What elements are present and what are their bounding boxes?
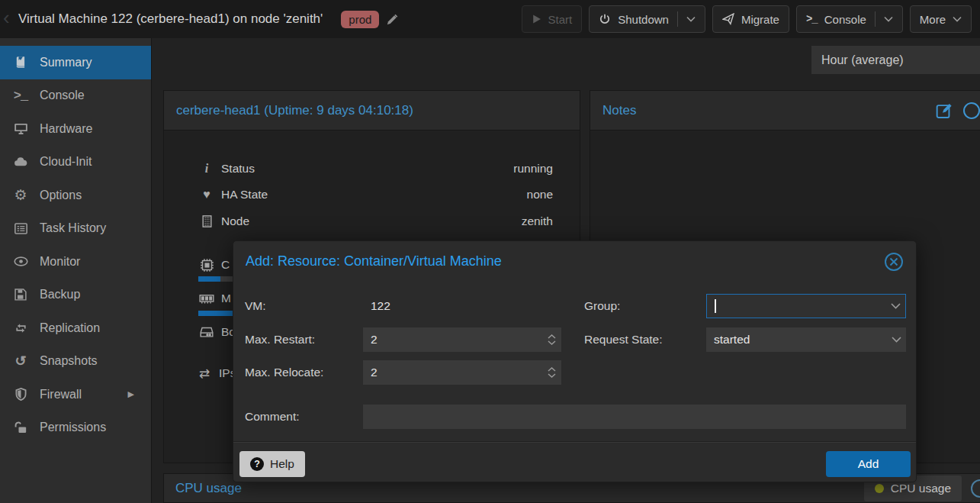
max-restart-input[interactable]: 2 (363, 327, 561, 352)
max-relocate-input[interactable]: 2 (363, 360, 561, 385)
cpu-icon (198, 258, 215, 272)
status-panel-header: cerbere-head1 (Uptime: 9 days 04:10:18) (164, 91, 580, 131)
submenu-caret-right-icon: ▶ (128, 389, 134, 399)
console-dropdown-chevron-icon[interactable] (884, 16, 893, 22)
add-button[interactable]: Add (826, 451, 911, 477)
max-restart-label: Max. Restart: (245, 327, 315, 352)
group-combobox[interactable] (706, 294, 906, 318)
text-cursor (715, 299, 716, 313)
arrows-icon: ⇄ (196, 366, 213, 382)
vm-tag-badge[interactable]: prod (341, 11, 379, 28)
ha-state-row-label: HA State (221, 188, 268, 202)
start-button[interactable]: Start (522, 5, 583, 33)
history-icon: ↺ (11, 353, 31, 369)
request-state-label: Request State: (584, 327, 663, 352)
ha-state-row-value: none (527, 185, 553, 204)
sidebar-item-monitor[interactable]: Monitor (0, 245, 151, 279)
close-icon[interactable] (882, 250, 905, 273)
legend-dot-icon (875, 484, 884, 493)
notes-panel-header: Notes (590, 91, 980, 131)
cpu-row-label: C (221, 258, 230, 272)
help-button[interactable]: ? Help (239, 451, 305, 477)
building-icon (198, 215, 215, 227)
status-row-value: running (513, 160, 553, 178)
vm-value: 122 (363, 294, 561, 318)
comment-input[interactable] (363, 405, 906, 429)
help-circle-icon[interactable] (963, 102, 980, 119)
memory-icon (198, 294, 215, 304)
play-icon (532, 14, 541, 24)
memory-row-label: M (221, 292, 231, 305)
top-toolbar: ‹ Virtual Machine 122 (cerbere-head1) on… (0, 0, 980, 38)
chart-tool-circle-icon[interactable] (971, 479, 980, 498)
group-label: Group: (584, 294, 620, 318)
edit-tags-icon[interactable] (386, 13, 399, 26)
question-circle-icon: ? (250, 457, 264, 471)
sidebar-item-console[interactable]: >_ Console (0, 79, 151, 113)
sidebar-item-firewall[interactable]: Firewall ▶ (0, 378, 151, 411)
back-chevron-icon[interactable]: ‹ (3, 6, 15, 30)
book-icon (11, 56, 31, 69)
display-icon (11, 122, 31, 135)
status-row-label: Status (221, 162, 255, 176)
more-dropdown-chevron-icon (953, 16, 962, 22)
node-row-value: zenith (522, 212, 553, 231)
unlock-icon (11, 421, 31, 434)
cloud-icon (11, 156, 31, 167)
chevron-down-icon[interactable] (885, 295, 905, 318)
eye-icon (11, 256, 31, 266)
sidebar-item-hardware[interactable]: Hardware (0, 112, 151, 146)
time-range-dropdown[interactable]: Hour (average) (811, 46, 980, 74)
sidebar-item-snapshots[interactable]: ↺ Snapshots (0, 345, 151, 379)
sidebar-item-backup[interactable]: Backup (0, 279, 151, 312)
max-relocate-label: Max. Relocate: (245, 360, 323, 385)
shield-icon (11, 388, 31, 401)
repeat-icon (11, 323, 31, 334)
sidebar-item-permissions[interactable]: Permissions (0, 411, 151, 445)
list-icon (11, 223, 31, 234)
footer-divider (233, 441, 916, 443)
terminal-icon: >_ (11, 89, 31, 103)
migrate-button[interactable]: Migrate (712, 5, 789, 33)
chevron-down-icon[interactable] (886, 327, 906, 352)
spinner-up-down-icons[interactable] (541, 360, 561, 385)
sidebar-item-cloud-init[interactable]: Cloud-Init (0, 146, 151, 179)
terminal-icon: >_ (806, 13, 818, 25)
sidebar-item-task-history[interactable]: Task History (0, 212, 151, 246)
dialog-title: Add: Resource: Container/Virtual Machine (246, 253, 502, 269)
floppy-icon (11, 289, 31, 301)
shutdown-button[interactable]: Shutdown (589, 5, 705, 33)
more-button[interactable]: More (910, 5, 972, 33)
shutdown-dropdown-chevron-icon[interactable] (686, 16, 696, 22)
legend-label: CPU usage (891, 482, 951, 495)
gear-icon: ⚙ (11, 186, 31, 204)
power-icon (599, 13, 611, 25)
sidebar: Summary >_ Console Hardware Cloud-Init ⚙… (0, 38, 151, 503)
console-button[interactable]: >_ Console (796, 5, 903, 33)
edit-notes-icon[interactable] (936, 102, 953, 119)
comment-label: Comment: (245, 405, 300, 429)
notes-panel-title: Notes (602, 103, 636, 118)
heartbeat-icon: ♥ (198, 188, 215, 202)
request-state-combobox[interactable]: started (706, 327, 906, 352)
sidebar-item-summary[interactable]: Summary (0, 46, 151, 79)
cpu-usage-title: CPU usage (175, 481, 242, 496)
hdd-icon (198, 327, 215, 338)
vm-label: VM: (245, 294, 266, 318)
page-title: Virtual Machine 122 (cerbere-head1) on n… (18, 11, 323, 27)
sidebar-item-options[interactable]: ⚙ Options (0, 179, 151, 212)
paper-plane-icon (722, 13, 734, 25)
node-row-label: Node (221, 214, 249, 228)
status-panel-title: cerbere-head1 (Uptime: 9 days 04:10:18) (176, 103, 413, 118)
info-icon: i (198, 162, 215, 176)
spinner-up-down-icons[interactable] (541, 327, 561, 352)
add-resource-dialog: Add: Resource: Container/Virtual Machine… (233, 240, 917, 482)
sidebar-item-replication[interactable]: Replication (0, 311, 151, 345)
